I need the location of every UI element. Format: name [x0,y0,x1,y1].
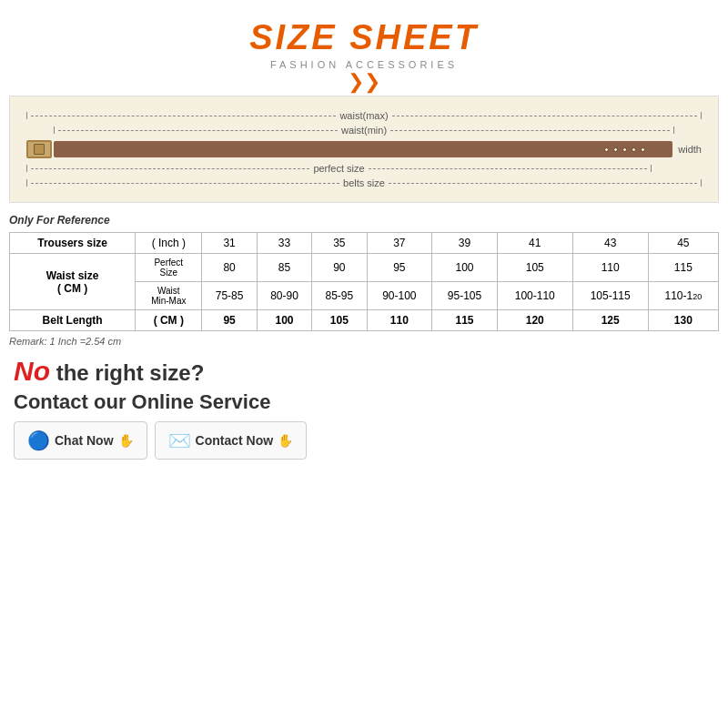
perfect-size-line: perfect size [26,162,702,175]
belt-hole [641,147,645,152]
col-41: 41 [497,233,572,254]
wm-105-115: 105-115 [572,282,648,310]
bl-120: 120 [497,310,572,331]
wp-90: 90 [312,254,367,282]
belt-hole [622,147,627,152]
table-header-row: Trousers size ( Inch ) 31 33 35 37 39 41… [10,233,719,254]
wm-80-90: 80-90 [257,282,311,310]
wp-80: 80 [202,254,257,282]
chevron-icon: ❯❯ [9,72,719,92]
belt-length-label: Belt Length [10,310,136,331]
size-table: Trousers size ( Inch ) 31 33 35 37 39 41… [9,232,719,331]
belt-strap [54,141,672,157]
chat-btn-label: Chat Now [55,433,114,448]
belt-length-row: Belt Length ( CM ) 95 100 105 110 115 12… [10,310,719,331]
waist-size-label: Waist size( CM ) [10,254,136,310]
col-33: 33 [257,233,311,254]
col-31: 31 [202,233,257,254]
email-icon: ✉️ [168,430,191,451]
belt-visual: width [26,140,702,158]
col-45: 45 [648,233,718,254]
bl-105: 105 [312,310,367,331]
wm-90-100: 90-100 [367,282,432,310]
col-39: 39 [432,233,498,254]
waist-max-line: waist(max) [26,109,702,122]
hand-icon-2: ✋ [278,433,293,448]
wm-110-120: 110-120 [648,282,718,310]
bl-130: 130 [648,310,718,331]
wm-95-105: 95-105 [432,282,498,310]
bl-95: 95 [202,310,257,331]
page-header: SIZE SHEET FASHION ACCESSORIES ❯❯ [9,18,719,92]
waist-perfect-row: Waist size( CM ) PerfectSize 80 85 90 95… [10,254,719,282]
col-43: 43 [572,233,648,254]
col-trousers: Trousers size [10,233,136,254]
bl-100: 100 [257,310,311,331]
belt-diagram: waist(max) waist(min) [9,96,719,203]
contact-btn-label: Contact Now [196,433,274,448]
remark-text: Remark: 1 Inch =2.54 cm [9,336,719,347]
page-title: SIZE SHEET [9,18,719,57]
belt-buckle [26,140,52,158]
wp-105: 105 [497,254,572,282]
width-label: width [678,144,702,155]
ref-label: Only For Reference [9,214,719,227]
contact-now-button[interactable]: ✉️ Contact Now ✋ [155,421,308,460]
wm-75-85: 75-85 [202,282,257,310]
waist-minmax-label: WaistMin-Max [136,282,202,310]
page-subtitle: FASHION ACCESSORIES [9,59,719,70]
waist-min-line: waist(min) [26,124,702,136]
bl-110: 110 [367,310,432,331]
wm-85-95: 85-95 [312,282,367,310]
wp-110: 110 [572,254,648,282]
hand-icon: ✋ [118,433,134,448]
chat-now-button[interactable]: 🔵 Chat Now ✋ [14,421,147,460]
no-size-section: No the right size? Contact our Online Se… [9,356,719,460]
wp-100: 100 [432,254,498,282]
belt-cm-label: ( CM ) [136,310,202,331]
no-size-title: No the right size? [14,356,714,387]
no-size-rest: the right size? [50,360,204,385]
wp-85: 85 [257,254,311,282]
col-35: 35 [312,233,367,254]
chat-buttons-row: 🔵 Chat Now ✋ ✉️ Contact Now ✋ [14,421,714,460]
bl-115: 115 [432,310,498,331]
belt-holes [604,147,645,152]
table-section: Only For Reference Trousers size ( Inch … [9,214,719,347]
belt-hole [632,147,636,152]
bl-125: 125 [572,310,648,331]
chat-icon: 🔵 [27,430,50,451]
no-word: No [14,356,50,386]
col-inch: ( Inch ) [136,233,202,254]
wp-115: 115 [648,254,718,282]
contact-service-text: Contact our Online Service [14,390,714,414]
col-37: 37 [367,233,432,254]
waist-perfect-label: PerfectSize [136,254,202,282]
belt-hole [604,147,609,152]
wp-95: 95 [367,254,432,282]
belt-hole [613,147,618,152]
wm-100-110: 100-110 [497,282,572,310]
belts-size-line: belts size [26,177,702,189]
